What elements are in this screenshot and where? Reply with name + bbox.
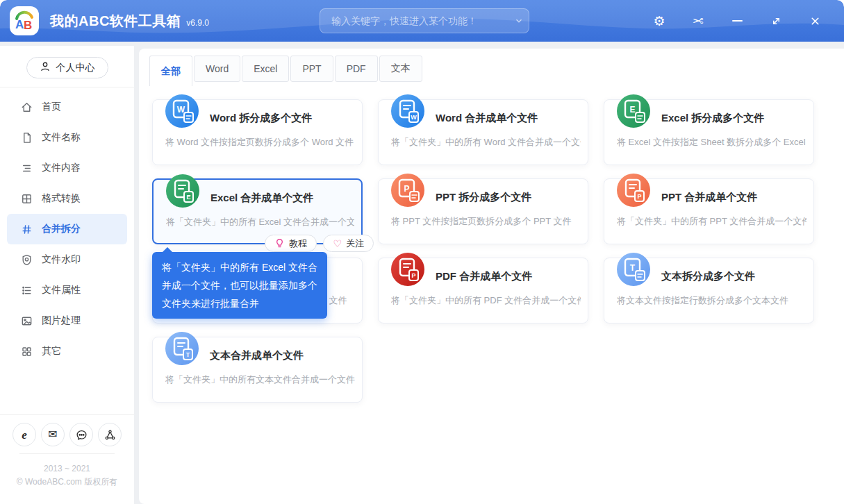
card-title: 文本拆分成多个文件 xyxy=(661,270,755,283)
sidebar-item-7[interactable]: 文件属性 xyxy=(0,275,134,305)
maximize-icon[interactable] xyxy=(756,0,795,42)
svg-text:B: B xyxy=(24,19,32,32)
tool-card-1[interactable]: WWord 拆分成多个文件将 Word 文件按指定页数拆分成多个 Word 文件 xyxy=(152,99,363,165)
app-version: v6.9.0 xyxy=(186,18,209,28)
sidebar-menu: 首页文件名称文件内容格式转换合并拆分文件水印文件属性图片处理其它 xyxy=(0,92,134,367)
svg-text:T: T xyxy=(630,263,636,273)
follow-button[interactable]: ♡关注 xyxy=(323,235,374,252)
sidebar-item-9[interactable]: 其它 xyxy=(0,336,134,367)
tab-PPT[interactable]: PPT xyxy=(290,56,333,82)
sidebar-item-label: 图片处理 xyxy=(42,314,81,327)
other-icon xyxy=(21,346,33,358)
tutorial-button[interactable]: 教程 xyxy=(265,235,317,252)
card-description: 将「文件夹」中的所有 PPT 文件合并成一个文件，也 xyxy=(617,215,806,228)
title-bar: A B 我的ABC软件工具箱 v6.9.0 ⚙✂ xyxy=(0,0,844,42)
sidebar-item-label: 合并拆分 xyxy=(42,223,81,235)
merge-file-icon: P xyxy=(391,253,424,286)
minimize-icon[interactable] xyxy=(718,0,756,42)
profile-center-label: 个人中心 xyxy=(56,62,95,74)
sidebar-divider xyxy=(0,87,134,87)
file-name-icon xyxy=(21,132,33,144)
card-description: 将「文件夹」中的所有文本文件合并成一个文件，也 xyxy=(165,373,355,386)
sidebar-item-label: 文件名称 xyxy=(42,131,81,144)
svg-text:E: E xyxy=(186,194,190,201)
tool-card-3[interactable]: EExcel 拆分成多个文件将 Excel 文件按指定 Sheet 数拆分成多个… xyxy=(604,99,814,165)
card-title: PPT 合并成单个文件 xyxy=(661,191,757,204)
tutorial-label: 教程 xyxy=(289,237,307,250)
search-input[interactable] xyxy=(320,15,509,26)
sidebar-footer: e✉ 2013 ~ 2021 © WodeABC.com 版权所有 xyxy=(0,414,134,504)
svg-text:T: T xyxy=(186,351,190,358)
sidebar-item-label: 文件属性 xyxy=(42,284,81,296)
tab-PDF[interactable]: PDF xyxy=(335,56,378,82)
card-title: Word 合并成单个文件 xyxy=(436,112,538,125)
mail-icon[interactable]: ✉ xyxy=(41,423,65,446)
quick-search-box[interactable] xyxy=(320,8,529,33)
window-controls: ⚙✂ xyxy=(640,0,834,42)
gear-icon[interactable]: ⚙ xyxy=(640,0,679,42)
image-icon xyxy=(21,315,33,327)
sidebar-item-5[interactable]: 合并拆分 xyxy=(7,214,127,244)
tool-card-9[interactable]: T文本拆分成多个文件将文本文件按指定行数拆分成多个文本文件 xyxy=(604,258,814,324)
app-window: A B 我的ABC软件工具箱 v6.9.0 ⚙✂ 个人中心 首页文件 xyxy=(0,0,844,504)
heart-icon: ♡ xyxy=(333,239,342,249)
chat-icon[interactable] xyxy=(69,423,93,446)
home-icon xyxy=(21,101,33,113)
card-tooltip: 将「文件夹」中的所有 Excel 文件合并成一个文件，也可以批量添加多个文件夹来… xyxy=(152,252,327,319)
sidebar-item-4[interactable]: 格式转换 xyxy=(0,183,134,214)
card-description: 将 Word 文件按指定页数拆分成多个 Word 文件 xyxy=(165,136,355,149)
card-description: 将「文件夹」中的所有 Word 文件合并成一个文件， xyxy=(391,136,581,149)
file-attr-icon xyxy=(21,285,33,296)
svg-text:W: W xyxy=(411,114,417,121)
card-title: PPT 拆分成多个文件 xyxy=(436,191,531,204)
card-description: 将「文件夹」中的所有 PDF 文件合并成一个文件，也 xyxy=(391,294,581,307)
tool-card-10[interactable]: T文本合并成单个文件将「文件夹」中的所有文本文件合并成一个文件，也 xyxy=(152,337,363,403)
card-title: PDF 合并成单个文件 xyxy=(436,270,532,283)
close-icon[interactable] xyxy=(795,0,834,42)
tab-文本[interactable]: 文本 xyxy=(379,56,422,82)
category-tabs: 全部WordExcelPPTPDF文本 xyxy=(149,56,422,86)
watermark-icon xyxy=(21,254,33,266)
sidebar-item-1[interactable]: 首页 xyxy=(0,92,134,122)
svg-text:P: P xyxy=(637,193,641,200)
person-icon xyxy=(40,61,51,74)
tool-card-4[interactable]: EExcel 合并成单个文件将「文件夹」中的所有 Excel 文件合并成一个文件… xyxy=(152,178,363,244)
scissors-icon[interactable]: ✂ xyxy=(679,0,718,42)
share-icon[interactable] xyxy=(98,423,122,446)
sidebar-item-2[interactable]: 文件名称 xyxy=(0,122,134,153)
file-content-icon xyxy=(21,162,33,174)
sidebar-item-6[interactable]: 文件水印 xyxy=(0,244,134,275)
bulb-icon xyxy=(274,238,285,249)
sidebar-item-label: 文件水印 xyxy=(42,253,81,266)
tab-Word[interactable]: Word xyxy=(194,56,240,82)
tool-card-6[interactable]: PPPT 合并成单个文件将「文件夹」中的所有 PPT 文件合并成一个文件，也 xyxy=(604,178,814,244)
profile-center-button[interactable]: 个人中心 xyxy=(26,57,108,78)
card-title: 文本合并成单个文件 xyxy=(210,349,304,362)
split-file-icon: P xyxy=(391,174,424,207)
svg-text:A: A xyxy=(15,18,24,31)
browser-icon[interactable]: e xyxy=(13,423,36,446)
tab-Excel[interactable]: Excel xyxy=(242,56,289,82)
follow-label: 关注 xyxy=(346,237,364,250)
split-file-icon: W xyxy=(165,94,199,128)
tool-card-2[interactable]: WWord 合并成单个文件将「文件夹」中的所有 Word 文件合并成一个文件， xyxy=(378,99,588,165)
merge-split-icon xyxy=(21,224,33,235)
tool-card-8[interactable]: PPDF 合并成单个文件将「文件夹」中的所有 PDF 文件合并成一个文件，也 xyxy=(378,258,588,324)
copyright: 2013 ~ 2021 © WodeABC.com 版权所有 xyxy=(0,454,134,504)
tab-全部[interactable]: 全部 xyxy=(149,56,192,86)
sidebar-item-8[interactable]: 图片处理 xyxy=(0,305,134,336)
split-file-icon: T xyxy=(617,253,650,286)
merge-file-icon: E xyxy=(166,174,199,208)
tool-card-grid: WWord 拆分成多个文件将 Word 文件按指定页数拆分成多个 Word 文件… xyxy=(152,99,814,403)
card-description: 将「文件夹」中的所有 Excel 文件合并成一个文件， xyxy=(166,216,354,228)
app-logo: A B xyxy=(10,6,39,35)
merge-file-icon: P xyxy=(617,174,650,207)
merge-file-icon: W xyxy=(391,94,424,128)
chevron-down-icon[interactable] xyxy=(509,16,529,26)
svg-text:P: P xyxy=(411,272,415,279)
tool-card-5[interactable]: PPPT 拆分成多个文件将 PPT 文件按指定页数拆分成多个 PPT 文件 xyxy=(378,178,588,244)
copyright-owner: © WodeABC.com 版权所有 xyxy=(0,476,134,489)
card-description: 将 Excel 文件按指定 Sheet 数拆分成多个 Excel 文件 xyxy=(617,136,806,149)
app-title: 我的ABC软件工具箱 v6.9.0 xyxy=(50,0,209,42)
sidebar-item-3[interactable]: 文件内容 xyxy=(0,153,134,183)
